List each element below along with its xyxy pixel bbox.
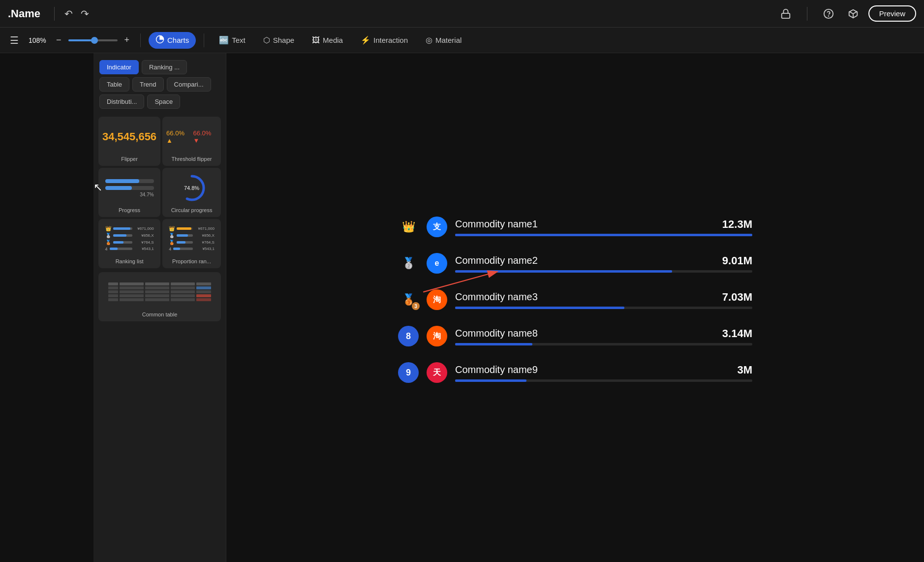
zoom-level: 108% — [29, 36, 49, 44]
cat-comparison[interactable]: Compari... — [167, 77, 211, 92]
rank-badge-9: 9 — [398, 362, 419, 383]
rank-info-8: Commodity name8 3.14M — [455, 327, 752, 345]
circular-label: Circular progress — [171, 207, 213, 213]
platform-jd: 淘 — [427, 326, 447, 346]
zoom-minus-button[interactable]: − — [53, 34, 64, 46]
commodity-name-1: Commodity name1 — [455, 219, 713, 230]
top-divider2 — [807, 7, 807, 21]
chart-panel: Indicator Ranking ... Table Trend Compar… — [93, 53, 226, 562]
lock-icon-button[interactable] — [776, 6, 795, 21]
shape-icon: ⬡ — [263, 35, 270, 45]
card-flipper[interactable]: 34,545,656 Flipper — [98, 117, 160, 166]
rank-info-1: Commodity name1 12.3M — [455, 218, 752, 236]
common-table-preview — [102, 276, 217, 309]
flipper-value: 34,545,656 — [102, 130, 156, 143]
rank-info-2: Commodity name2 9.01M — [455, 254, 752, 273]
commodity-name-8: Commodity name8 — [455, 328, 713, 339]
commodity-val-3: 7.03M — [713, 291, 752, 304]
threshold-down: 66.0% ▼ — [193, 129, 217, 144]
commodity-name-3: Commodity name3 — [455, 291, 713, 303]
platform-taobao: 淘 — [427, 289, 447, 310]
ranking-bars: 👑¥671,000 🥈¥856,X 🥉¥764,S 4¥543,1 — [105, 226, 154, 253]
circular-preview: 74.8% — [166, 172, 217, 204]
rank-item-9: 9 天 Commodity name9 3M — [398, 362, 752, 383]
rank-item-8: 8 淘 Commodity name8 3.14M — [398, 326, 752, 346]
ranking-list-preview: 👑¥671,000 🥈¥856,X 🥉¥764,S 4¥543,1 — [102, 223, 156, 255]
rank-badge-2: 🥈 — [398, 253, 419, 274]
cat-trend[interactable]: Trend — [132, 77, 163, 92]
threshold-up: 66.0% ▲ — [166, 129, 190, 144]
tab-shape[interactable]: ⬡ Shape — [256, 32, 301, 48]
prog-label: 34.7% — [105, 192, 154, 197]
commodity-val-2: 9.01M — [713, 254, 752, 267]
svg-point-2 — [828, 16, 829, 16]
ranking-chart: 👑 支 Commodity name1 12.3M 🥈 e — [378, 202, 772, 413]
rank-item-3: 🥉 3 淘 Commodity name3 7.03M — [398, 289, 752, 310]
charts-icon — [155, 35, 164, 46]
undo-button[interactable]: ↶ — [61, 6, 77, 22]
tab-interaction[interactable]: ⚡ Interaction — [354, 32, 415, 48]
layers-icon[interactable]: ☰ — [8, 32, 21, 48]
canvas-area[interactable]: 👑 支 Commodity name1 12.3M 🥈 e — [226, 53, 924, 562]
commodity-val-9: 3M — [713, 364, 752, 376]
zoom-slider[interactable] — [68, 39, 118, 41]
commodity-val-8: 3.14M — [713, 327, 752, 340]
redo-button[interactable]: ↷ — [77, 6, 93, 22]
card-threshold-flipper[interactable]: 66.0% ▲ 66.0% ▼ Threshold flipper — [162, 117, 221, 166]
cat-ranking[interactable]: Ranking ... — [142, 60, 187, 74]
zoom-plus-button[interactable]: + — [122, 34, 133, 46]
tab-charts[interactable]: Charts — [149, 32, 196, 49]
rank-badge-8: 8 — [398, 326, 419, 346]
card-progress[interactable]: 34.7% Progress — [98, 168, 160, 217]
commodity-val-1: 12.3M — [713, 218, 752, 231]
svg-rect-0 — [781, 13, 790, 18]
panel-categories: Indicator Ranking ... Table Trend Compar… — [93, 53, 226, 113]
rank-item-2: 🥈 e Commodity name2 9.01M — [398, 253, 752, 274]
rank-item-1: 👑 支 Commodity name1 12.3M — [398, 217, 752, 237]
table-preview-rows — [108, 282, 212, 302]
cat-distribution[interactable]: Distributi... — [99, 94, 144, 109]
rank-info-3: Commodity name3 7.03M — [455, 291, 752, 309]
text-icon: 🔤 — [219, 35, 229, 45]
commodity-name-9: Commodity name9 — [455, 364, 713, 375]
card-proportion-ranking[interactable]: 👑¥671,000 🥈¥856,X 🥉¥764,S 4¥543,1 Propor… — [162, 219, 221, 268]
progress-label: Progress — [119, 207, 140, 213]
main-area: ↖ Indicator Ranking ... Table Trend Comp… — [0, 53, 924, 562]
rank-info-9: Commodity name9 3M — [455, 364, 752, 382]
commodity-name-2: Commodity name2 — [455, 255, 713, 266]
flipper-label: Flipper — [121, 156, 138, 162]
circular-svg: 74.8% — [177, 173, 207, 203]
help-button[interactable] — [819, 6, 838, 21]
tab-text[interactable]: 🔤 Text — [212, 32, 252, 48]
cat-table[interactable]: Table — [99, 77, 129, 92]
material-icon: ◎ — [426, 35, 432, 45]
cat-indicator[interactable]: Indicator — [99, 60, 139, 74]
proportion-bars: 👑¥671,000 🥈¥856,X 🥉¥764,S 4¥543,1 — [169, 226, 215, 253]
tab-media[interactable]: 🖼 Media — [305, 33, 350, 48]
card-ranking-list[interactable]: 👑¥671,000 🥈¥856,X 🥉¥764,S 4¥543,1 Rankin… — [98, 219, 160, 268]
progress-bars: 34.7% — [105, 179, 154, 197]
progress-preview: 34.7% — [102, 172, 156, 204]
card-circular-progress[interactable]: 74.8% Circular progress — [162, 168, 221, 217]
top-divider — [54, 7, 55, 21]
common-table-label: Common table — [142, 312, 178, 317]
toolbar-divider2 — [204, 33, 204, 47]
app-name: .Name — [8, 7, 40, 20]
panel-cards-grid: 34,545,656 Flipper 66.0% ▲ 66.0% ▼ — [93, 113, 226, 272]
threshold-label: Threshold flipper — [172, 156, 212, 162]
circ-pct-label: 74.8% — [184, 185, 199, 191]
preview-button[interactable]: Preview — [868, 5, 916, 22]
cat-space[interactable]: Space — [147, 94, 180, 109]
top-bar: .Name ↶ ↷ Preview — [0, 0, 924, 28]
toolbar-divider — [140, 33, 141, 47]
card-common-table[interactable]: Common table — [98, 272, 221, 321]
tab-material[interactable]: ◎ Material — [419, 32, 468, 48]
threshold-preview: 66.0% ▲ 66.0% ▼ — [166, 121, 217, 153]
threshold-vals: 66.0% ▲ 66.0% ▼ — [166, 129, 217, 144]
top-right-icons: Preview — [776, 5, 916, 22]
platform-tmall: 天 — [427, 362, 447, 383]
platform-e: e — [427, 253, 447, 274]
proportion-preview: 👑¥671,000 🥈¥856,X 🥉¥764,S 4¥543,1 — [166, 223, 217, 255]
cube-button[interactable] — [844, 6, 862, 21]
flipper-preview: 34,545,656 — [102, 121, 156, 153]
